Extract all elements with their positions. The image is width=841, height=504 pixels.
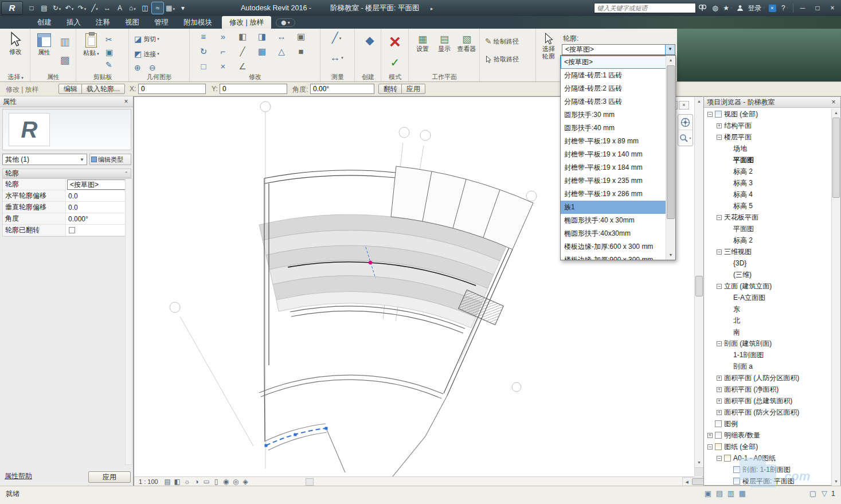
dropdown-scrollbar[interactable]: ▲ ▼ <box>666 56 675 260</box>
trim-corner-icon[interactable]: ∠ <box>233 60 252 75</box>
minimize-button[interactable]: ─ <box>795 2 810 14</box>
collapse-glyph[interactable]: − <box>707 444 713 450</box>
expand-glyph[interactable]: + <box>717 376 722 381</box>
tree-item[interactable]: −楼层平面 <box>704 131 831 143</box>
tab-创建[interactable]: 创建 <box>30 16 59 29</box>
family-category-button[interactable]: ▩ <box>56 52 73 69</box>
reveal-hidden-icon[interactable]: ◎ <box>231 478 241 486</box>
demolish-button[interactable]: ⊖ <box>149 63 158 72</box>
tab-视图[interactable]: 视图 <box>118 16 147 29</box>
chevron-down-icon[interactable]: ▼ <box>665 45 675 54</box>
sketch-grip[interactable] <box>265 444 268 447</box>
tab-注释[interactable]: 注释 <box>88 16 118 29</box>
array-icon[interactable]: ▦ <box>252 45 272 60</box>
section-header-profile[interactable]: 轮廓 ⌃ <box>2 169 131 178</box>
scale-icon[interactable]: △ <box>272 45 291 60</box>
load-profile-button[interactable]: 载入轮廓... <box>81 84 125 94</box>
tree-item[interactable]: +面积平面 (防火分区面积) <box>704 407 831 418</box>
sync-icon[interactable]: ↻▾ <box>51 2 62 14</box>
close-button[interactable]: × <box>825 2 840 14</box>
tree-item[interactable]: 平面图 <box>704 223 831 235</box>
favorites-icon[interactable]: ★ <box>721 2 734 14</box>
dropdown-item[interactable]: 椭圆形扶手:40 x 30mm <box>561 214 675 227</box>
tree-item[interactable]: E-A立面图 <box>704 292 831 303</box>
title-arrow-icon[interactable]: ▸ <box>431 6 433 11</box>
panel-select-label[interactable]: 选择 <box>1 73 30 81</box>
finish-edit-mode-button[interactable]: ✓ <box>388 55 402 70</box>
apply-button[interactable]: 应用 <box>401 84 425 94</box>
tree-item[interactable]: 标高 4 <box>704 189 831 200</box>
tree-item[interactable]: −视图 (全部) <box>704 108 831 120</box>
collapse-glyph[interactable]: − <box>717 284 722 289</box>
type-selector[interactable]: 其他 (1) ▼ <box>2 154 87 165</box>
sketch-grip[interactable] <box>325 427 328 430</box>
collapse-glyph[interactable]: − <box>717 135 722 140</box>
split-icon[interactable]: ╱ <box>233 45 252 60</box>
sketch-grip[interactable] <box>294 433 297 436</box>
tab-modify-sweep[interactable]: 修改 | 放样 <box>222 16 271 29</box>
open-icon[interactable]: □ <box>26 2 37 14</box>
aligned-dimension-icon[interactable]: ↔ <box>101 2 113 14</box>
paste-button[interactable]: 粘贴 <box>80 30 102 72</box>
properties-help-link[interactable]: 属性帮助 <box>5 471 32 481</box>
show-workplane-button[interactable]: ▤ 显示 <box>434 33 455 68</box>
close-icon[interactable] <box>122 97 130 106</box>
chevron-down-icon[interactable]: ▾ <box>96 7 98 11</box>
offset-icon[interactable]: » <box>213 30 233 45</box>
browser-scroll-thumb[interactable] <box>832 118 840 198</box>
scroll-down-icon[interactable]: ▼ <box>832 477 840 486</box>
x-input[interactable] <box>138 84 206 94</box>
tree-item[interactable]: 北 <box>704 315 831 326</box>
section-icon[interactable]: ◫ <box>139 2 151 14</box>
maximize-button[interactable]: □ <box>810 2 825 14</box>
filter-icon[interactable]: ▽ <box>819 489 830 499</box>
measure-icon[interactable]: ╱▾ <box>89 2 100 14</box>
zoom-icon[interactable]: ▾ <box>678 130 693 146</box>
modify-button[interactable]: 修改 <box>3 30 28 72</box>
measure-between-icon[interactable]: ╱ <box>327 31 346 50</box>
tree-item[interactable]: +明细表/数量 <box>704 429 831 441</box>
match-type-icon[interactable]: ✎ <box>105 60 113 69</box>
tree-item[interactable]: 标高 2 <box>704 166 831 177</box>
join-geometry-button[interactable]: ◩ 连接 <box>134 49 159 58</box>
property-value-combo[interactable]: <按草图> <box>67 179 130 190</box>
dropdown-item[interactable]: 族1 <box>561 201 675 214</box>
sign-in-label[interactable]: 登录 <box>746 2 766 14</box>
chevron-down-icon[interactable]: ▼ <box>80 157 84 162</box>
switch-windows-icon[interactable]: ▦▾ <box>165 2 176 14</box>
communication-center-icon[interactable]: ◍ <box>709 2 721 14</box>
tree-item[interactable]: −天花板平面 <box>704 212 831 223</box>
workplane-viewer-button[interactable]: ▧ 查看器 <box>456 33 478 68</box>
exchange-apps-icon[interactable]: × <box>766 2 779 14</box>
rotate-icon[interactable]: ↻ <box>194 45 213 60</box>
dropdown-item[interactable]: 圆形扶手:40 mm <box>561 122 675 135</box>
chevron-down-icon[interactable]: ▾ <box>84 7 87 11</box>
dropdown-item[interactable]: 楼板边缘-加厚:600 x 300 mm <box>561 240 675 253</box>
view-close-icon[interactable]: × <box>679 101 689 110</box>
design-options-icon[interactable]: ▥ <box>725 489 737 499</box>
align-icon[interactable]: ≡ <box>194 30 213 45</box>
tab-插入[interactable]: 插入 <box>59 16 88 29</box>
dropdown-item[interactable]: 封檐带-平板:19 x 286 mm <box>561 187 675 201</box>
dropdown-item[interactable]: 封檐带-平板:19 x 140 mm <box>561 148 675 161</box>
pick-path-button[interactable]: 拾取路径 <box>485 55 519 64</box>
visual-style-icon[interactable]: ◧ <box>173 478 182 486</box>
tree-item[interactable]: 1-1剖面图 <box>704 349 831 361</box>
dropdown-item[interactable]: 圆形扶手:30 mm <box>561 108 675 122</box>
mirror-draw-axis-icon[interactable]: ◨ <box>252 30 272 45</box>
selection-filter[interactable]: ▢ ▽ 1 <box>807 489 835 499</box>
unpin-icon[interactable]: □ <box>194 60 213 75</box>
expand-glyph[interactable]: + <box>717 410 722 415</box>
property-value[interactable]: 0.0 <box>66 192 80 200</box>
cut-icon[interactable]: ✂ <box>105 35 113 44</box>
property-checkbox[interactable] <box>69 227 75 233</box>
tree-item[interactable]: +面积平面 (净面积) <box>704 384 831 395</box>
tree-item[interactable]: 标高 3 <box>704 177 831 189</box>
close-icon[interactable] <box>830 98 838 106</box>
tree-item[interactable]: 图例 <box>704 418 831 429</box>
pin-icon[interactable]: ■ <box>291 45 311 60</box>
tree-item[interactable]: 楼层平面: 平面图 <box>704 475 831 486</box>
chevron-down-icon[interactable]: ▾ <box>59 7 61 11</box>
steering-wheel-icon[interactable] <box>678 115 693 130</box>
properties-button[interactable]: 属性 <box>34 30 54 72</box>
